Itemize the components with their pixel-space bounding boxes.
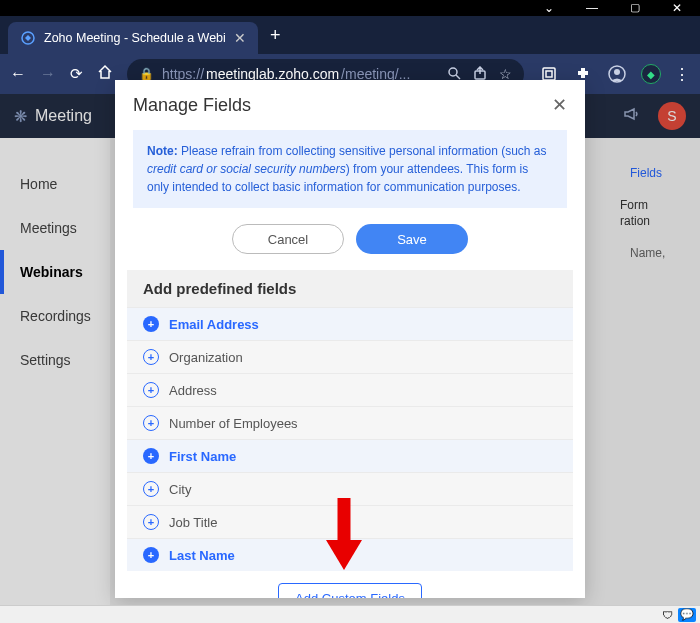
save-button[interactable]: Save <box>356 224 468 254</box>
tab-strip: Zoho Meeting - Schedule a Webi ✕ + <box>0 16 700 54</box>
modal-scroll[interactable]: Note: Please refrain from collecting sen… <box>115 130 585 598</box>
add-custom-fields-button[interactable]: Add Custom Fields <box>278 583 422 598</box>
tab-favicon-icon <box>20 30 36 46</box>
svg-rect-4 <box>546 71 552 77</box>
field-label: First Name <box>169 449 236 464</box>
field-label: City <box>169 482 191 497</box>
plus-icon: + <box>143 514 159 530</box>
plus-icon: + <box>143 415 159 431</box>
browser-menu-button[interactable]: ⋮ <box>674 65 690 84</box>
note-box: Note: Please refrain from collecting sen… <box>133 130 567 208</box>
close-icon[interactable]: ✕ <box>552 94 567 116</box>
taskbar: 🛡 💬 <box>0 605 700 623</box>
plus-icon: + <box>143 382 159 398</box>
note-label: Note: <box>147 144 178 158</box>
predefined-field-row[interactable]: +Organization <box>127 340 573 373</box>
close-tab-icon[interactable]: ✕ <box>234 30 246 46</box>
extension-badge-icon[interactable]: ◆ <box>640 63 662 85</box>
forward-button: → <box>40 65 56 83</box>
plus-icon: + <box>143 481 159 497</box>
field-label: Last Name <box>169 548 235 563</box>
cancel-label: Cancel <box>268 232 308 247</box>
predefined-field-row[interactable]: +Address <box>127 373 573 406</box>
field-label: Email Address <box>169 317 259 332</box>
field-label: Address <box>169 383 217 398</box>
manage-fields-modal: Manage Fields ✕ Note: Please refrain fro… <box>115 80 585 598</box>
save-label: Save <box>397 232 427 247</box>
plus-icon: + <box>143 448 159 464</box>
predefined-field-row[interactable]: +Last Name <box>127 538 573 571</box>
minimize-button[interactable]: ― <box>586 1 598 15</box>
home-button[interactable] <box>97 64 113 84</box>
close-window-button[interactable]: ✕ <box>672 1 682 15</box>
note-text-1: Please refrain from collecting sensitive… <box>178 144 547 158</box>
browser-tab[interactable]: Zoho Meeting - Schedule a Webi ✕ <box>8 22 258 54</box>
predefined-field-row[interactable]: +Number of Employees <box>127 406 573 439</box>
plus-icon: + <box>143 547 159 563</box>
predefined-field-row[interactable]: +Email Address <box>127 307 573 340</box>
profile-icon[interactable] <box>606 63 628 85</box>
note-emphasis: credit card or social security numbers <box>147 162 346 176</box>
predefined-field-row[interactable]: +Job Title <box>127 505 573 538</box>
field-label: Number of Employees <box>169 416 298 431</box>
taskbar-chat-icon[interactable]: 💬 <box>678 608 696 622</box>
lock-icon: 🔒 <box>139 67 154 81</box>
svg-point-1 <box>449 68 457 76</box>
svg-point-6 <box>614 69 620 75</box>
maximize-button[interactable]: ▢ <box>630 1 640 15</box>
window-titlebar: ⌄ ― ▢ ✕ <box>0 0 700 16</box>
field-label: Job Title <box>169 515 217 530</box>
cancel-button[interactable]: Cancel <box>232 224 344 254</box>
taskbar-shield-icon[interactable]: 🛡 <box>658 608 676 622</box>
plus-icon: + <box>143 316 159 332</box>
field-label: Organization <box>169 350 243 365</box>
back-button[interactable]: ← <box>10 65 26 83</box>
new-tab-button[interactable]: + <box>270 25 281 46</box>
svg-rect-3 <box>543 68 555 80</box>
predefined-section-title: Add predefined fields <box>127 270 573 307</box>
predefined-field-row[interactable]: +City <box>127 472 573 505</box>
predefined-field-row[interactable]: +First Name <box>127 439 573 472</box>
reload-button[interactable]: ⟳ <box>70 65 83 83</box>
tab-title: Zoho Meeting - Schedule a Webi <box>44 31 226 45</box>
window-chevron-down-icon[interactable]: ⌄ <box>544 1 554 15</box>
add-custom-label: Add Custom Fields <box>295 591 405 598</box>
modal-title: Manage Fields <box>133 95 251 116</box>
modal-overlay: Manage Fields ✕ Note: Please refrain fro… <box>0 94 700 623</box>
plus-icon: + <box>143 349 159 365</box>
